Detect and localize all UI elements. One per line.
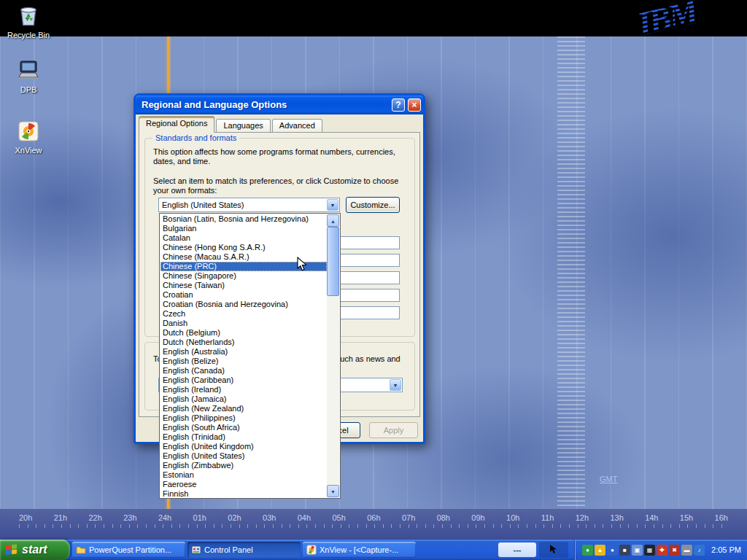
timezone-label: 22h — [88, 513, 101, 522]
xnview-label: XnView — [2, 146, 55, 155]
timezone-label: 01h — [193, 513, 206, 522]
language-format-combobox[interactable]: English (United States) ▼ — [158, 198, 340, 212]
timezone-label: 06h — [367, 513, 380, 522]
taskbar-task-control-panel[interactable]: Control Panel — [187, 542, 301, 558]
language-option[interactable]: English (South Africa) — [160, 423, 327, 432]
language-option[interactable]: English (United States) — [160, 451, 327, 461]
language-option[interactable]: Dutch (Belgium) — [160, 328, 327, 338]
language-option[interactable]: Danish — [160, 319, 327, 328]
language-option[interactable]: Croatian (Bosnia and Herzegovina) — [160, 300, 327, 309]
language-option[interactable]: Estonian — [160, 470, 327, 480]
language-option[interactable]: Finnish — [160, 489, 327, 497]
tab-languages[interactable]: Languages — [216, 119, 270, 133]
timezone-label: 12h — [576, 513, 589, 522]
tray-icons: ●▲●■▣▦✚✖▬♪ — [582, 545, 705, 556]
language-option[interactable]: Croatian — [160, 290, 327, 300]
tray-yellow-shield-icon[interactable]: ▲ — [595, 545, 605, 556]
timezone-label: 07h — [402, 513, 415, 522]
standards-group-label: Standards and formats — [152, 133, 239, 142]
language-dropdown-list: Bosnian (Latin, Bosnia and Herzegovina)B… — [159, 213, 341, 499]
dpb-label: DPB — [2, 85, 55, 94]
scrollbar-thumb[interactable] — [327, 227, 339, 296]
timezone-label: 02h — [228, 513, 241, 522]
taskbar-overflow-button[interactable]: --- — [498, 542, 536, 557]
taskbar: start PowerQuest Partition... Control Pa… — [0, 540, 747, 560]
language-option[interactable]: Chinese (Taiwan) — [160, 281, 327, 290]
language-option[interactable]: Czech — [160, 309, 327, 319]
language-option[interactable]: English (New Zealand) — [160, 404, 327, 413]
scroll-up-arrow-icon[interactable]: ▲ — [327, 214, 339, 227]
xnview-desktop-icon[interactable]: XnView — [2, 120, 55, 155]
location-combo-arrow-icon[interactable]: ▼ — [390, 379, 401, 391]
task-label: Control Panel — [204, 545, 253, 554]
timezone-label: 11h — [541, 513, 554, 522]
standards-instruction-line1: Select an item to match its preferences,… — [153, 176, 398, 186]
start-button[interactable]: start — [0, 540, 70, 560]
dialog-tabs: Regional Options Languages Advanced — [139, 118, 324, 133]
language-option[interactable]: English (Philippines) — [160, 413, 327, 423]
language-option[interactable]: Faeroese — [160, 480, 327, 489]
tray-green-orb-icon[interactable]: ● — [582, 545, 593, 556]
tab-regional-options[interactable]: Regional Options — [139, 116, 214, 133]
list-scrollbar[interactable]: ▲ ▼ — [327, 214, 339, 497]
combo-dropdown-arrow-icon[interactable]: ▼ — [327, 199, 338, 211]
language-option[interactable]: Bosnian (Latin, Bosnia and Herzegovina) — [160, 214, 327, 224]
control-panel-icon — [191, 545, 201, 555]
timezone-label: 15h — [680, 513, 693, 522]
timezone-label: 10h — [506, 513, 519, 522]
timezone-strip: 20h21h22h23h24h01h02h03h04h05h06h07h08h0… — [0, 509, 747, 540]
gmt-label: GMT — [600, 475, 617, 483]
recycle-bin-desktop-icon[interactable]: Recycle Bin — [2, 4, 55, 39]
timezone-label: 05h — [332, 513, 345, 522]
standards-description-line2: dates, and time. — [153, 157, 210, 166]
language-option[interactable]: English (Australia) — [160, 347, 327, 357]
dialog-title: Regional and Language Options — [142, 99, 287, 110]
windows-flag-icon — [6, 544, 18, 556]
close-button[interactable]: × — [408, 98, 421, 112]
tray-red-badge-icon[interactable]: ✚ — [657, 545, 667, 556]
tray-grid-icon[interactable]: ▦ — [644, 545, 655, 556]
taskbar-clock: 2:05 PM — [711, 545, 741, 554]
timezone-labels: 20h21h22h23h24h01h02h03h04h05h06h07h08h0… — [19, 513, 728, 522]
tray-blue-audio-icon[interactable]: ♪ — [694, 545, 705, 556]
taskbar-task-powerquest[interactable]: PowerQuest Partition... — [72, 542, 185, 558]
language-option[interactable]: English (Belize) — [160, 357, 327, 366]
language-option[interactable]: English (Ireland) — [160, 385, 327, 394]
tray-gray-chip-icon[interactable]: ▬ — [681, 545, 692, 556]
help-button[interactable]: ? — [392, 98, 405, 112]
language-option[interactable]: English (Jamaica) — [160, 394, 327, 404]
taskbar-task-xnview[interactable]: XnView - [<Capture-... — [303, 542, 416, 558]
dpb-desktop-icon[interactable]: DPB — [2, 60, 55, 94]
language-list-items: Bosnian (Latin, Bosnia and Herzegovina)B… — [160, 214, 327, 497]
language-option[interactable]: Chinese (Singapore) — [160, 271, 327, 281]
recycle-bin-label: Recycle Bin — [2, 31, 55, 39]
apply-button[interactable]: Apply — [369, 422, 418, 438]
timezone-label: 21h — [54, 513, 67, 522]
top-band: IBM — [0, 0, 747, 36]
customize-button[interactable]: Customize... — [346, 197, 400, 213]
timezone-label: 16h — [715, 513, 728, 522]
ibm-logo: IBM — [634, 0, 700, 43]
language-option[interactable]: English (Caribbean) — [160, 376, 327, 385]
tray-red-cross-icon[interactable]: ✖ — [669, 545, 680, 556]
language-option[interactable]: Catalan — [160, 233, 327, 243]
language-option[interactable]: English (United Kingdom) — [160, 442, 327, 451]
language-option[interactable]: Dutch (Netherlands) — [160, 338, 327, 347]
standards-instruction-line2: your own formats: — [153, 186, 217, 195]
language-option[interactable]: Chinese (PRC) — [160, 262, 327, 271]
language-option[interactable]: English (Canada) — [160, 366, 327, 376]
language-option[interactable]: Chinese (Hong Kong S.A.R.) — [160, 243, 327, 252]
language-option[interactable]: English (Zimbabwe) — [160, 461, 327, 470]
tray-blue-globe-icon[interactable]: ● — [607, 545, 618, 556]
tab-advanced[interactable]: Advanced — [272, 119, 322, 133]
taskbar-misc-button[interactable] — [539, 542, 568, 558]
timezone-label: 20h — [19, 513, 32, 522]
black-pointer-icon — [549, 544, 558, 556]
standards-description-line1: This option affects how some programs fo… — [153, 147, 395, 157]
language-option[interactable]: Chinese (Macau S.A.R.) — [160, 252, 327, 262]
tray-display-icon[interactable]: ▣ — [632, 545, 643, 556]
tray-dark-device-icon[interactable]: ■ — [619, 545, 630, 556]
language-option[interactable]: English (Trinidad) — [160, 432, 327, 442]
scroll-down-arrow-icon[interactable]: ▼ — [327, 485, 339, 497]
language-option[interactable]: Bulgarian — [160, 224, 327, 233]
